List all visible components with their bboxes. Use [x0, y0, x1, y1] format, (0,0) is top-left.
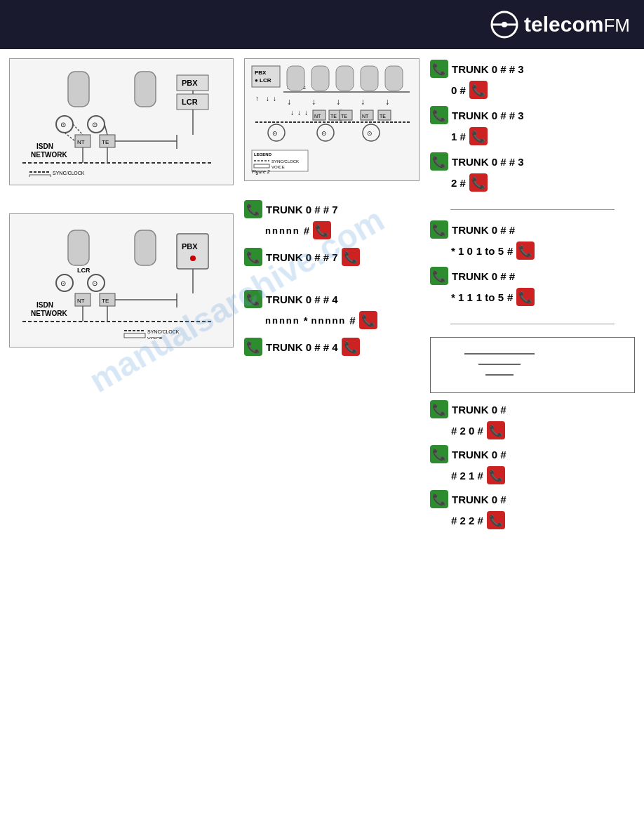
svg-rect-27 — [68, 72, 89, 107]
svg-rect-57 — [124, 333, 145, 338]
red-phone-s4c1[interactable]: 📞 — [487, 421, 505, 439]
cmd-star-s3c2: * 1 1 — [451, 291, 473, 303]
svg-text:↓: ↓ — [311, 97, 316, 107]
cmd-row-s2b1: 📞 TRUNK 0 # # 4 — [244, 289, 420, 310]
svg-text:● LCR: ● LCR — [255, 77, 271, 84]
cmd-row-s2b1b: nnnnn * nnnnn # 📞 — [265, 310, 420, 331]
section2-top-commands: 📞 TRUNK 0 # # 7 nnnnn # 📞 📞 TRUNK 0 # # … — [244, 199, 420, 267]
svg-text:↓: ↓ — [287, 97, 291, 107]
divider1 — [450, 209, 615, 210]
svg-rect-47 — [177, 234, 208, 269]
svg-text:PBX: PBX — [182, 242, 198, 251]
cmd-hash2-s3c2: # — [507, 291, 513, 303]
cmd-trunk-s2t1: TRUNK 0 # # 7 — [266, 204, 338, 216]
cmd-nnnnn1-s2b1: nnnnn — [265, 315, 300, 326]
svg-line-16 — [73, 124, 83, 135]
svg-text:↓: ↓ — [297, 109, 301, 117]
green-phone-btn-s2b2[interactable]: 📞 — [244, 338, 262, 356]
svg-text:LCR: LCR — [182, 98, 198, 106]
svg-text:⊙: ⊙ — [367, 130, 373, 137]
right-column: 📞 TRUNK 0 # # 3 0 # 📞 📞 TRUNK 0 # # 3 1 … — [427, 55, 638, 541]
cmd-hash-s2b1: # — [349, 315, 355, 326]
cmd-hash2-s3c1: # — [507, 245, 513, 257]
svg-text:↓: ↓ — [304, 109, 308, 117]
green-phone-s4c3[interactable]: 📞 — [430, 490, 448, 508]
cmd-hash-s2t1: # — [304, 225, 309, 237]
red-phone-btn-s2t1[interactable]: 📞 — [313, 221, 331, 239]
svg-rect-28 — [135, 72, 156, 107]
red-phone-btn-s2b1[interactable]: 📞 — [359, 311, 377, 329]
red-phone-s4c2[interactable]: 📞 — [487, 466, 505, 484]
cmd-row-s4c3: 📞 TRUNK 0 # — [430, 489, 635, 510]
cmd-row-s2t1: 📞 TRUNK 0 # # 7 — [244, 199, 420, 220]
cmd-row-s1c1: 📞 TRUNK 0 # # 3 — [430, 58, 635, 79]
cmd-text-s4c1: TRUNK 0 # — [452, 404, 507, 416]
note-svg — [436, 343, 563, 385]
green-phone-btn-s2t2[interactable]: 📞 — [244, 248, 262, 266]
svg-point-49 — [190, 256, 196, 261]
svg-line-17 — [105, 124, 107, 135]
cmd-num-s4c1: # 2 0 # — [451, 425, 483, 437]
svg-text:⊙: ⊙ — [92, 121, 98, 128]
green-phone-s1c2[interactable]: 📞 — [430, 106, 448, 124]
svg-text:SYNC/CLOCK: SYNC/CLOCK — [271, 159, 299, 164]
cmd-row-s1c3: 📞 TRUNK 0 # # 3 — [430, 151, 635, 172]
svg-text:TE: TE — [330, 114, 337, 119]
svg-text:Figure 2: Figure 2 — [252, 169, 270, 175]
top-diagram-box: ISDN NETWORK NT TE ⊙ ⊙ — [9, 58, 234, 185]
svg-text:↓: ↓ — [361, 97, 365, 107]
green-phone-btn-s2t1[interactable]: 📞 — [244, 200, 262, 218]
svg-rect-66 — [336, 66, 354, 91]
cmd-num-s1c3: 2 # — [451, 177, 466, 189]
left-column: ISDN NETWORK NT TE ⊙ ⊙ — [6, 55, 237, 541]
red-phone-btn-s2b2[interactable]: 📞 — [342, 338, 360, 356]
svg-text:TE: TE — [102, 298, 109, 304]
section2-bot-commands: 📞 TRUNK 0 # # 4 nnnnn * nnnnn # 📞 📞 TRUN… — [244, 289, 420, 357]
note-box — [430, 337, 635, 393]
svg-text:↓: ↓ — [385, 97, 389, 107]
red-phone-s3c1[interactable]: 📞 — [516, 241, 535, 260]
green-phone-s4c1[interactable]: 📞 — [430, 400, 448, 418]
svg-text:⊙: ⊙ — [60, 121, 66, 128]
green-phone-s4c2[interactable]: 📞 — [430, 445, 448, 463]
red-phone-s3c2[interactable]: 📞 — [516, 288, 535, 306]
green-phone-s1c3[interactable]: 📞 — [430, 152, 448, 171]
svg-text:TE: TE — [341, 114, 347, 119]
cmd-row-s4c3b: # 2 2 # 📞 — [451, 510, 635, 531]
middle-column: PBX ● LCR SO bus ↓ ↓ ↓ ↓ ↓ ↑ — [241, 55, 423, 541]
red-phone-btn-s2t2[interactable]: 📞 — [342, 248, 360, 266]
green-phone-s1c1[interactable]: 📞 — [430, 60, 448, 78]
cmd-row-s1c2: 📞 TRUNK 0 # # 3 — [430, 105, 635, 126]
svg-rect-53 — [68, 230, 89, 265]
svg-text:SYNC/CLOCK: SYNC/CLOCK — [53, 171, 85, 176]
cmd-nnnnn-s2t1: nnnnn — [265, 225, 300, 236]
cmd-text-s4c3: TRUNK 0 # — [452, 494, 507, 505]
svg-text:LCR: LCR — [77, 267, 90, 274]
red-phone-s4c3[interactable]: 📞 — [487, 511, 505, 529]
logo-icon — [490, 11, 518, 39]
cmd-star-s3c1: * 1 0 — [451, 245, 473, 257]
red-phone-s1c3[interactable]: 📞 — [469, 173, 488, 192]
green-phone-s3c2[interactable]: 📞 — [430, 267, 448, 285]
red-phone-s1c2[interactable]: 📞 — [469, 127, 488, 145]
svg-text:⊙: ⊙ — [272, 130, 278, 137]
svg-text:VOICE: VOICE — [271, 165, 285, 169]
red-phone-s1c1[interactable]: 📞 — [469, 81, 488, 99]
cmd-num-s1c1: 0 # — [451, 84, 466, 96]
top-diagram-svg: ISDN NETWORK NT TE ⊙ ⊙ — [15, 65, 226, 177]
green-phone-s3c1[interactable]: 📞 — [430, 220, 448, 239]
section4-commands: 📞 TRUNK 0 # # 2 0 # 📞 📞 TRUNK 0 # # 2 1 … — [430, 399, 635, 531]
cmd-star-s2b1: * — [304, 315, 308, 326]
svg-text:⊙: ⊙ — [60, 279, 66, 287]
svg-text:ISDN: ISDN — [36, 143, 53, 150]
svg-text:⊙: ⊙ — [321, 130, 327, 137]
cmd-row-s3c1: 📞 TRUNK 0 # # — [430, 219, 635, 240]
cmd-row-s1c3b: 2 # 📞 — [451, 172, 635, 193]
logo-suffix: FM — [603, 15, 630, 36]
cmd-text-s1c3: TRUNK 0 # # 3 — [452, 156, 524, 168]
svg-text:NETWORK: NETWORK — [31, 151, 67, 159]
svg-point-2 — [502, 22, 507, 27]
green-phone-btn-s2b1[interactable]: 📞 — [244, 290, 262, 308]
bottom-diagram-svg: ISDN NETWORK NT TE ⊙ ⊙ LCR — [15, 220, 226, 339]
cmd-row-s2b2: 📞 TRUNK 0 # # 4 📞 — [244, 336, 420, 357]
